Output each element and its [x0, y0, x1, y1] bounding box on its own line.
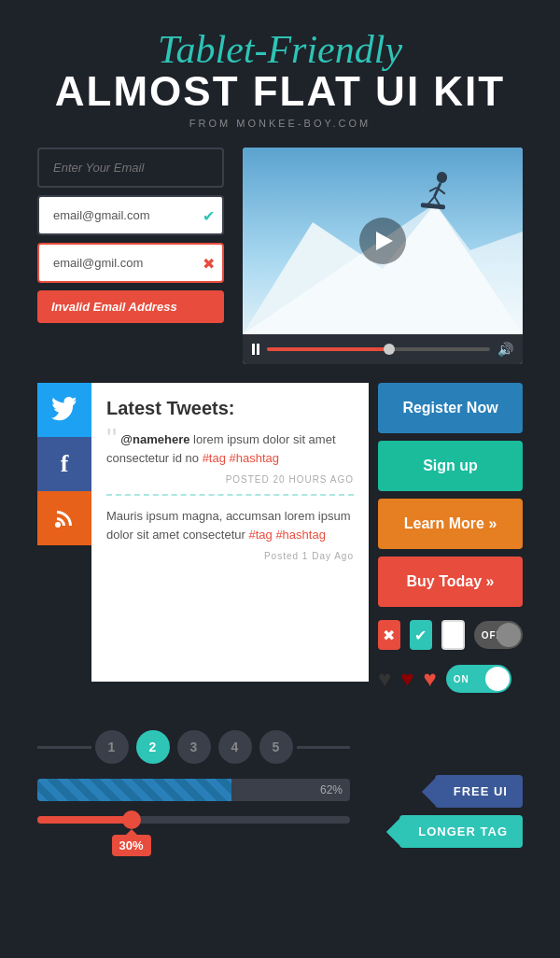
heart-red-icon: ♥ [424, 666, 437, 692]
check-checkbox[interactable]: ✔ [410, 620, 432, 650]
progress-striped-fill [37, 779, 231, 801]
svg-point-10 [55, 522, 61, 528]
register-now-button[interactable]: Register Now [378, 383, 523, 433]
toggle-off-knob [497, 623, 521, 647]
tweets-title: Latest Tweets: [106, 398, 354, 419]
progress-label: 62% [320, 783, 343, 796]
pagination: 1 2 3 4 5 [37, 730, 350, 764]
bottom-left: 1 2 3 4 5 62% 30% [37, 711, 350, 880]
sign-up-button[interactable]: Sign up [378, 441, 523, 491]
video-section: 🔊 [243, 148, 523, 364]
tweet-2: Mauris ipsum magna, accumsan lorem ipsum… [106, 507, 354, 561]
tweets-panel: Latest Tweets: " @namehere lorem ipsum d… [91, 383, 369, 682]
rss-icon [53, 507, 76, 529]
pause-bar-right [257, 344, 259, 355]
tweet-2-tags: #tag #hashtag [248, 528, 325, 542]
slider-fill [37, 816, 132, 824]
tweet-1-tags: #tag #hashtag [203, 451, 279, 465]
checkbox-row: ✖ ✔ OFF [378, 620, 523, 650]
facebook-button[interactable]: f [37, 437, 91, 491]
facebook-icon: f [61, 450, 69, 478]
pause-button[interactable] [252, 344, 259, 355]
email-valid-group: ✔ [37, 195, 224, 235]
error-message: Invalid Email Address [37, 290, 224, 323]
tweet-1-author: @namehere [120, 432, 189, 446]
email-placeholder-input[interactable] [37, 148, 224, 188]
header-subtitle: FROM MONKEE-BOY.COM [19, 118, 541, 129]
volume-icon[interactable]: 🔊 [497, 342, 513, 357]
tweet-1-time: POSTED 20 HOURS AGO [106, 474, 354, 485]
form-section: ✔ ✖ Invalid Email Address [37, 148, 224, 364]
action-buttons: Register Now Sign up Learn More » Buy To… [369, 383, 523, 693]
video-progress-thumb [384, 344, 395, 355]
heart-black-icon: ♥ [378, 666, 391, 692]
top-section: ✔ ✖ Invalid Email Address [37, 148, 523, 364]
header-script-title: Tablet-Friendly [19, 28, 541, 71]
play-triangle-icon [376, 232, 393, 250]
twitter-button[interactable] [37, 383, 91, 437]
video-progress-fill [267, 347, 389, 351]
longer-tag: LONGER TAG [399, 815, 523, 848]
tweet-1-text: @namehere lorem ipsum dolor sit amet con… [106, 430, 354, 467]
pagination-line-left [37, 746, 91, 749]
twitter-icon [51, 397, 77, 423]
email-invalid-input[interactable] [37, 243, 224, 283]
tweet-divider [106, 494, 354, 496]
page-item-1[interactable]: 1 [95, 730, 129, 764]
tags-section: FREE UI LONGER TAG [369, 711, 523, 880]
slider-thumb[interactable] [122, 810, 141, 829]
email-invalid-group: ✖ [37, 243, 224, 283]
quote-icon: " [106, 430, 117, 448]
rss-button[interactable] [37, 491, 91, 545]
pause-bar-left [252, 344, 255, 355]
buy-today-button[interactable]: Buy Today » [378, 556, 523, 607]
toggle-on-switch[interactable]: ON [446, 665, 511, 693]
slider-section: 30% [37, 816, 350, 861]
middle-section: f Latest Tweets: " @namehere lorem ipsum… [37, 383, 523, 693]
page-item-2[interactable]: 2 [136, 730, 170, 764]
page-item-4[interactable]: 4 [218, 730, 252, 764]
hearts-row: ♥ ♥ ♥ ON [378, 665, 523, 693]
free-ui-tag: FREE UI [435, 775, 523, 808]
pagination-line-right [297, 746, 351, 749]
tweet-2-text: Mauris ipsum magna, accumsan lorem ipsum… [106, 507, 354, 543]
invalid-x-icon: ✖ [203, 254, 215, 272]
toggle-off-switch[interactable]: OFF [474, 621, 523, 649]
video-progress-bar[interactable] [267, 347, 490, 351]
empty-checkbox[interactable] [441, 620, 465, 650]
x-checkbox[interactable]: ✖ [378, 620, 400, 650]
progress-track: 62% [37, 779, 350, 801]
tweet-1: " @namehere lorem ipsum dolor sit amet c… [106, 430, 354, 485]
bottom-row: 1 2 3 4 5 62% 30% FREE UI LONGER TAG [0, 711, 560, 908]
video-controls: 🔊 [243, 334, 523, 364]
tweet-2-time: Posted 1 day ago [106, 551, 354, 561]
page-item-5[interactable]: 5 [259, 730, 293, 764]
slider-track[interactable] [37, 816, 350, 824]
toggle-on-knob [485, 667, 510, 691]
email-valid-input[interactable] [37, 195, 224, 235]
progress-section: 62% [37, 779, 350, 801]
social-icons: f [37, 383, 91, 545]
header: Tablet-Friendly ALMOST FLAT UI KIT FROM … [0, 0, 560, 148]
play-button[interactable] [359, 218, 406, 264]
valid-checkmark-icon: ✔ [203, 206, 215, 224]
header-main-title: ALMOST FLAT UI KIT [19, 71, 541, 112]
heart-dark-red-icon: ♥ [400, 666, 413, 692]
slider-tooltip: 30% [111, 835, 150, 856]
learn-more-button[interactable]: Learn More » [378, 499, 523, 549]
video-thumbnail [243, 148, 523, 334]
page-item-3[interactable]: 3 [177, 730, 211, 764]
email-placeholder-group [37, 148, 224, 188]
toggle-on-label: ON [454, 674, 469, 684]
